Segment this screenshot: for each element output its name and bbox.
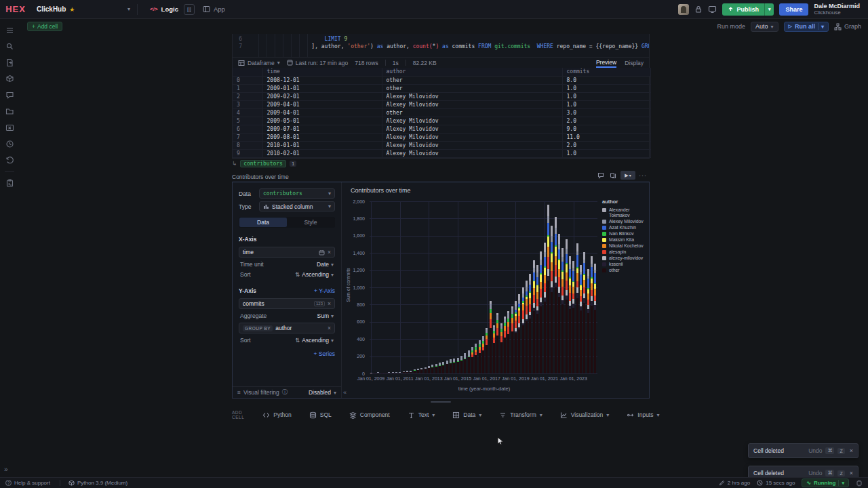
table-row[interactable]: 72009-08-01Alexey Milovidov11.0 xyxy=(233,133,650,141)
add-cell-visualization[interactable]: Visualization▾ xyxy=(551,411,618,419)
variables-icon[interactable] xyxy=(3,121,16,134)
table-row[interactable]: 22009-02-01Alexey Milovidov1.0 xyxy=(233,92,650,100)
search-icon[interactable] xyxy=(3,39,16,53)
toast-undo-button[interactable]: Undo xyxy=(808,470,822,476)
chart-type-select[interactable]: Stacked column ▾ xyxy=(259,201,335,211)
share-button[interactable]: Share xyxy=(779,3,808,16)
add-cell-python[interactable]: Python xyxy=(254,411,300,419)
comment-icon[interactable] xyxy=(596,171,606,180)
x-field[interactable]: time × xyxy=(239,247,335,258)
tab-data[interactable]: Data xyxy=(239,218,287,227)
add-cell-component[interactable]: Component xyxy=(340,411,399,419)
dataframe-type-select[interactable]: Dataframe ▾ xyxy=(238,60,280,66)
table-row[interactable]: 62009-07-01Alexey Milovidov9.0 xyxy=(233,125,650,133)
legend-item[interactable]: Alexander Tokmakov xyxy=(602,207,650,218)
tab-style[interactable]: Style xyxy=(287,218,334,227)
duplicate-icon[interactable] xyxy=(608,171,618,180)
table-row[interactable]: 92010-02-01Alexey Milovidov1.0 xyxy=(233,149,650,157)
legend-item[interactable]: alexey-milovidov xyxy=(602,256,650,261)
project-switcher[interactable]: ClickHub ★ ▾ xyxy=(37,5,130,13)
y-sort-select[interactable]: ⇅Ascending▾ xyxy=(295,337,334,344)
kernel-button[interactable]: Python 3.9 (Medium) xyxy=(68,480,127,486)
tab-app[interactable]: App xyxy=(197,0,231,19)
memory-chip-icon[interactable] xyxy=(856,480,863,487)
last-saved[interactable]: 15 secs ago xyxy=(757,480,795,486)
lock-icon[interactable] xyxy=(694,5,703,14)
aggregate-select[interactable]: Sum▾ xyxy=(317,312,334,319)
add-series-link[interactable]: + Series xyxy=(239,350,335,357)
column-header-time[interactable]: time xyxy=(262,68,382,76)
chart-cell-label[interactable]: Contributors over time xyxy=(232,174,289,180)
add-cell-sql[interactable]: SQL xyxy=(300,411,340,419)
legend-item[interactable]: Alexey Milovidov xyxy=(602,219,650,224)
visual-filtering-select[interactable]: Disabled xyxy=(309,389,331,396)
add-cell-text[interactable]: Text▾ xyxy=(399,411,444,419)
chevron-down-icon[interactable]: ▾ xyxy=(127,6,130,12)
tab-logic[interactable]: </> Logic xyxy=(144,0,184,19)
run-mode-select[interactable]: Auto ▾ xyxy=(751,22,778,32)
add-cell-inputs[interactable]: Inputs▾ xyxy=(618,411,668,419)
monitor-icon[interactable] xyxy=(708,5,717,14)
kernel-status-button[interactable]: ∿ Running ▾ xyxy=(802,479,849,487)
chart-data-select[interactable]: contributors ▾ xyxy=(259,188,335,199)
tab-display[interactable]: Display xyxy=(625,58,644,68)
collapse-panes-icon[interactable]: [|] xyxy=(184,4,195,15)
publish-button[interactable]: Publish ▾ xyxy=(722,3,774,16)
table-row[interactable]: 02008-12-01other8.0 xyxy=(233,76,650,84)
legend-item[interactable]: alesapin xyxy=(602,249,650,255)
column-header-commits[interactable]: commits xyxy=(562,68,650,76)
chart-cell[interactable]: ▶▾ ··· Data contributors ▾ Type Stacked … xyxy=(232,182,650,399)
time-unit-select[interactable]: Date▾ xyxy=(317,261,334,268)
favorite-star-icon[interactable]: ★ xyxy=(69,6,75,13)
code-line[interactable]: 6 LIMIT 9 xyxy=(233,35,649,43)
chevron-down-icon[interactable]: ▾ xyxy=(821,24,824,30)
chevron-down-icon[interactable]: ▾ xyxy=(334,390,336,396)
code-editor[interactable]: 6 LIMIT 97 ], author, 'other') as author… xyxy=(233,34,649,57)
add-cell-data[interactable]: Data▾ xyxy=(443,411,490,419)
column-header-index[interactable] xyxy=(233,68,262,76)
legend-item[interactable]: kssenii xyxy=(602,262,650,267)
y-field[interactable]: commits 123 × xyxy=(239,298,335,309)
sql-cell[interactable]: 6 LIMIT 97 ], author, 'other') as author… xyxy=(232,34,650,159)
output-variable[interactable]: contributors xyxy=(240,160,286,167)
remove-field-icon[interactable]: × xyxy=(328,249,331,256)
graph-button[interactable]: Graph xyxy=(834,23,861,30)
add-cell-transform[interactable]: Transform▾ xyxy=(490,411,551,419)
code-line[interactable]: 7 ], author, 'other') as author, count(*… xyxy=(233,43,649,50)
cell-resize-handle[interactable] xyxy=(431,401,451,403)
legend-item[interactable]: other xyxy=(602,268,650,273)
avatar[interactable] xyxy=(678,4,689,15)
clock-icon[interactable] xyxy=(3,137,16,150)
legend-item[interactable]: Ivan Blinkov xyxy=(602,231,650,237)
tab-preview[interactable]: Preview xyxy=(596,58,616,68)
close-icon[interactable]: × xyxy=(850,470,853,476)
dataframe-table[interactable]: timeauthorcommits02008-12-01other8.01200… xyxy=(233,68,651,158)
add-y-axis-link[interactable]: + Y-Axis xyxy=(314,287,335,294)
run-cell-button[interactable]: ▶▾ xyxy=(620,171,635,180)
column-header-author[interactable]: author xyxy=(382,68,562,76)
table-row[interactable]: 82010-01-01Alexey Milovidov2.0 xyxy=(233,141,650,149)
table-row[interactable]: 52009-05-01Alexey Milovidov2.0 xyxy=(233,117,650,125)
x-sort-select[interactable]: ⇅Ascending▾ xyxy=(295,271,334,278)
toast-undo-button[interactable]: Undo xyxy=(808,447,822,454)
hex-logo[interactable]: HEX xyxy=(0,4,31,14)
folder-icon[interactable] xyxy=(3,104,16,118)
table-row[interactable]: 12009-01-01other1.0 xyxy=(233,84,650,92)
remove-field-icon[interactable]: × xyxy=(328,300,331,307)
legend-item[interactable]: Maksim Kita xyxy=(602,237,650,243)
history-icon[interactable] xyxy=(3,153,16,167)
close-icon[interactable]: × xyxy=(850,447,853,454)
last-edited[interactable]: 2 hrs ago xyxy=(719,480,750,486)
chevron-down-icon[interactable]: ▾ xyxy=(842,481,844,486)
run-all-button[interactable]: ▷ Run all ▾ xyxy=(784,22,829,32)
menu-icon[interactable] xyxy=(3,23,16,37)
table-row[interactable]: 32009-04-01Alexey Milovidov1.0 xyxy=(233,100,650,108)
remove-field-icon[interactable]: × xyxy=(328,325,331,331)
more-options-icon[interactable]: ··· xyxy=(638,171,648,180)
expand-sidebar-icon[interactable]: » xyxy=(4,466,8,473)
group-by-field[interactable]: GROUP BY author × xyxy=(239,323,335,333)
publish-caret[interactable]: ▾ xyxy=(764,3,774,16)
add-cell-button[interactable]: + Add cell xyxy=(27,22,62,31)
table-row[interactable]: 42009-04-01other3.0 xyxy=(233,108,650,117)
comments-icon[interactable] xyxy=(3,88,16,102)
